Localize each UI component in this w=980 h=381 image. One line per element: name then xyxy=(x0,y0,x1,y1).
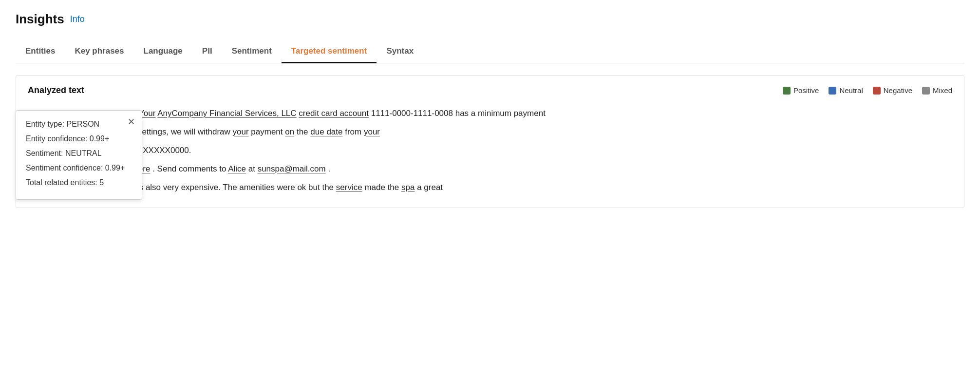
entity-popup: ✕ Entity type: PERSON Entity confidence:… xyxy=(16,110,142,200)
entity-due-date[interactable]: due date xyxy=(310,127,342,136)
word-payment: payment xyxy=(251,127,285,136)
popup-total-entities: Total related entities: 5 xyxy=(26,177,132,189)
entity-on[interactable]: on xyxy=(285,127,294,136)
tab-key-phrases[interactable]: Key phrases xyxy=(65,40,133,63)
word-was-also: was also very expensive. The amenities w… xyxy=(129,183,336,192)
legend-negative: Negative xyxy=(873,86,912,95)
info-link[interactable]: Info xyxy=(70,14,85,24)
text-line-3: X1111 with the routing number XXXXX0000. xyxy=(28,142,952,159)
entity-your-4[interactable]: your xyxy=(364,127,380,136)
page-header: Insights Info xyxy=(16,12,964,27)
analyzed-title: Analyzed text xyxy=(28,85,84,95)
word-a-great: a great xyxy=(417,183,443,192)
popup-entity-confidence: Entity confidence: 0.99+ xyxy=(26,133,132,145)
popup-sentiment: Sentiment: NEUTRAL xyxy=(26,148,132,159)
word-account-num: 1111-0000-1111-0008 has a minimum paymen… xyxy=(371,109,546,118)
tab-syntax[interactable]: Syntax xyxy=(377,40,423,63)
positive-label: Positive xyxy=(793,86,819,95)
legend: Positive Neutral Negative Mixed xyxy=(783,86,952,95)
word-the: the xyxy=(297,127,310,136)
text-line-4: ine Spa , 123 Main St , Anywhere . Send … xyxy=(28,161,952,177)
page-title: Insights xyxy=(16,12,64,27)
word-at: at xyxy=(248,164,258,173)
tab-pii[interactable]: PII xyxy=(192,40,222,63)
popup-sentiment-confidence: Sentiment confidence: 0.99+ xyxy=(26,162,132,174)
legend-positive: Positive xyxy=(783,86,819,95)
tab-entities[interactable]: Entities xyxy=(16,40,65,63)
analyzed-header: Analyzed text Positive Neutral Negative xyxy=(28,85,952,95)
page-container: Insights Info Entities Key phrases Langu… xyxy=(0,0,980,381)
entity-alice[interactable]: Alice xyxy=(228,164,246,173)
tab-sentiment[interactable]: Sentiment xyxy=(222,40,282,63)
tab-targeted-sentiment[interactable]: Targeted sentiment xyxy=(282,40,377,63)
legend-mixed: Mixed xyxy=(922,86,952,95)
negative-dot xyxy=(873,87,881,95)
negative-label: Negative xyxy=(884,86,912,95)
analyzed-section: Analyzed text Positive Neutral Negative xyxy=(16,75,964,208)
entity-anycompany[interactable]: AnyCompany Financial Services, LLC xyxy=(157,109,296,118)
text-line-5: was very comfortable but it was also ver… xyxy=(28,179,952,196)
word-period: . xyxy=(328,164,330,173)
tab-language[interactable]: Language xyxy=(134,40,192,63)
entity-credit-card[interactable]: credit card account xyxy=(299,109,369,118)
entity-spa[interactable]: spa xyxy=(401,183,415,192)
mixed-label: Mixed xyxy=(933,86,952,95)
positive-dot xyxy=(783,87,791,95)
word-from: from xyxy=(345,127,364,136)
analyzed-section-wrapper: Analyzed text Positive Neutral Negative xyxy=(16,75,964,208)
entity-service[interactable]: service xyxy=(336,183,362,192)
popup-entity-type: Entity type: PERSON xyxy=(26,118,132,130)
entity-email[interactable]: sunspa@mail.com xyxy=(258,164,326,173)
text-line-2: 31st . Based on your autopay settings, w… xyxy=(28,124,952,140)
neutral-label: Neutral xyxy=(839,86,863,95)
word-made: made the xyxy=(364,183,401,192)
text-body: Hello Zhang Wei , I am John . Your AnyCo… xyxy=(28,105,952,196)
legend-neutral: Neutral xyxy=(829,86,863,95)
text-line-1: Hello Zhang Wei , I am John . Your AnyCo… xyxy=(28,105,952,122)
neutral-dot xyxy=(829,87,836,95)
word-send: . Send comments to xyxy=(152,164,228,173)
mixed-dot xyxy=(922,87,930,95)
entity-your-3[interactable]: your xyxy=(233,127,249,136)
tabs-container: Entities Key phrases Language PII Sentim… xyxy=(16,40,964,63)
popup-close-button[interactable]: ✕ xyxy=(128,116,135,127)
